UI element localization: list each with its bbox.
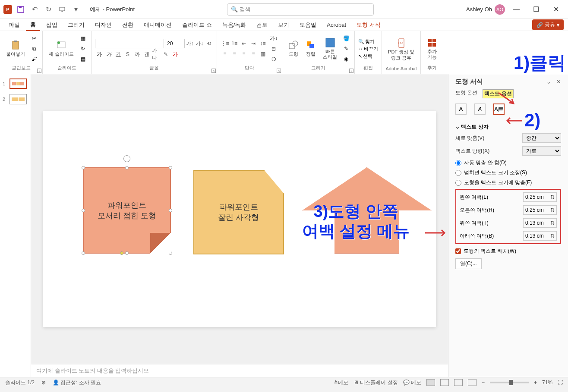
bold-icon[interactable]: 가 xyxy=(95,50,104,59)
undo-icon[interactable]: ↶ xyxy=(29,4,40,15)
adjust-handle[interactable] xyxy=(120,251,123,255)
rotate-handle[interactable] xyxy=(123,155,130,162)
margin-top-input[interactable]: 0.13 cm⇅ xyxy=(523,218,557,228)
resize-handle[interactable] xyxy=(125,251,129,255)
radio-resize[interactable]: 도형을 텍스트 크기에 맞춤(F) xyxy=(455,179,561,186)
textdir-icon[interactable]: 가↓ xyxy=(269,34,278,43)
reading-view-icon[interactable] xyxy=(454,379,463,386)
outdent-icon[interactable]: ⇤ xyxy=(240,39,248,48)
shapeeffects-icon[interactable]: ◉ xyxy=(341,54,351,64)
bullets-icon[interactable]: ⋮≡ xyxy=(221,39,229,48)
shapefill-icon[interactable]: 🪣 xyxy=(341,34,351,43)
clear-format-icon[interactable]: ⟲ xyxy=(205,39,213,48)
menu-record[interactable]: 녹음/녹화 xyxy=(218,19,251,31)
arrange-button[interactable]: 정렬 xyxy=(303,38,319,59)
linespacing-icon[interactable]: ↕≡ xyxy=(259,39,267,48)
minimize-button[interactable]: ― xyxy=(508,3,525,16)
smartart-icon[interactable]: ⬡ xyxy=(269,54,278,64)
menu-view[interactable]: 보기 xyxy=(274,19,293,31)
search-input[interactable]: 🔍 검색 xyxy=(227,3,374,16)
slide-canvas[interactable]: 파워포인트 모서리 접힌 도형 파워포인트 잘린 사각형 xyxy=(43,111,436,327)
shape-folded-corner[interactable]: 파워포인트 모서리 접힌 도형 xyxy=(83,167,171,254)
share-button[interactable]: 🔗 공유 ▾ xyxy=(532,19,564,30)
resize-handle[interactable] xyxy=(82,251,85,255)
paste-button[interactable]: 붙여넣기 xyxy=(3,38,28,59)
menu-insert[interactable]: 삽입 xyxy=(42,19,62,31)
resize-handle[interactable] xyxy=(125,166,129,169)
section-icon[interactable]: ▤ xyxy=(78,54,88,64)
slideshow-view-icon[interactable] xyxy=(468,379,476,386)
menu-animations[interactable]: 애니메이션 xyxy=(139,19,176,31)
changecase-icon[interactable]: 가나 xyxy=(152,50,161,59)
valign-select[interactable]: 중간 xyxy=(522,133,561,143)
menu-acrobat[interactable]: Acrobat xyxy=(322,20,350,30)
resize-handle[interactable] xyxy=(82,166,85,169)
comments-toggle[interactable]: 💬 메모 xyxy=(403,379,421,386)
close-button[interactable]: ✕ xyxy=(547,3,565,16)
tab-shape-options[interactable]: 도형 옵션 xyxy=(455,89,477,98)
strike-icon[interactable]: S xyxy=(123,50,132,59)
find-button[interactable]: 🔍 찾기 xyxy=(358,38,378,45)
redo-icon[interactable]: ↻ xyxy=(43,4,54,15)
cut-icon[interactable]: ✂ xyxy=(29,34,39,43)
paragraph-dialog-launcher[interactable]: ↘ xyxy=(277,69,281,73)
addins-button[interactable]: 추가 기능 xyxy=(424,36,440,62)
user-name[interactable]: Ashley Oh xyxy=(466,6,492,13)
aligntext-icon[interactable]: ⊟ xyxy=(269,44,278,53)
format-painter-icon[interactable]: 🖌 xyxy=(29,54,39,64)
customize-qat-icon[interactable]: ▾ xyxy=(71,4,81,15)
text-fill-outline-icon[interactable]: A xyxy=(455,103,467,115)
reset-icon[interactable]: ↻ xyxy=(78,44,88,53)
startshow-icon[interactable] xyxy=(57,4,67,15)
normal-view-icon[interactable] xyxy=(426,379,435,386)
notes-toggle[interactable]: ≜메모 xyxy=(334,379,348,386)
maximize-button[interactable]: ☐ xyxy=(527,3,545,16)
decrease-font-icon[interactable]: 가↓ xyxy=(195,39,204,48)
pane-options-icon[interactable]: ⌄ xyxy=(546,78,551,85)
shape-up-arrow[interactable] xyxy=(302,167,432,254)
slide-indicator[interactable]: 슬라이드 1/2 xyxy=(5,379,35,386)
resize-handle[interactable] xyxy=(169,209,172,212)
zoom-out-icon[interactable]: − xyxy=(482,379,485,386)
menu-home[interactable]: 홈 xyxy=(26,19,40,31)
font-dialog-launcher[interactable]: ↘ xyxy=(211,69,216,73)
columns-button[interactable]: 열(C)... xyxy=(455,258,482,269)
margin-right-input[interactable]: 0.25 cm⇅ xyxy=(523,205,557,215)
zoom-level[interactable]: 71% xyxy=(542,379,552,386)
resize-handle[interactable] xyxy=(169,251,172,255)
user-avatar[interactable]: AO xyxy=(495,4,505,15)
margin-left-input[interactable]: 0.25 cm⇅ xyxy=(523,192,557,202)
charspacing-icon[interactable]: 갠 xyxy=(142,50,151,59)
shapeoutline-icon[interactable]: ✎ xyxy=(341,44,351,53)
menu-design[interactable]: 디자인 xyxy=(91,19,116,31)
menu-shapeformat[interactable]: 도형 서식 xyxy=(352,19,385,31)
radio-shrink[interactable]: 넘치면 텍스트 크기 조정(S) xyxy=(455,169,561,176)
pane-close-icon[interactable]: ✕ xyxy=(556,78,561,85)
shadow-icon[interactable]: 까 xyxy=(133,50,142,59)
align-center-icon[interactable]: ≡ xyxy=(230,50,239,58)
notes-pane[interactable]: 여기에 슬라이드 노트의 내용을 입력하십시오 xyxy=(31,364,448,377)
select-button[interactable]: ↖ 선택 xyxy=(358,53,378,60)
highlight-icon[interactable]: ✎ xyxy=(161,50,170,59)
font-size-combo[interactable] xyxy=(165,39,185,48)
menu-slideshow[interactable]: 슬라이드 쇼 xyxy=(178,19,216,31)
resize-handle[interactable] xyxy=(169,166,172,169)
new-slide-button[interactable]: 새 슬라이드 xyxy=(46,38,76,59)
zoom-slider[interactable] xyxy=(490,382,529,383)
save-icon[interactable] xyxy=(16,4,26,15)
direction-select[interactable]: 가로 xyxy=(522,146,561,156)
fontcolor-icon[interactable]: 가 xyxy=(171,50,180,59)
increase-font-icon[interactable]: 가↑ xyxy=(186,39,194,48)
accessibility-indicator[interactable]: 👤 접근성: 조사 필요 xyxy=(53,379,101,386)
menu-review[interactable]: 검토 xyxy=(252,19,272,31)
resize-handle[interactable] xyxy=(82,209,85,212)
menu-draw[interactable]: 그리기 xyxy=(63,19,89,31)
replace-button[interactable]: ↔ 바꾸기 xyxy=(358,46,378,52)
menu-file[interactable]: 파일 xyxy=(4,19,24,31)
align-right-icon[interactable]: ≡ xyxy=(240,50,248,58)
menu-help[interactable]: 도움말 xyxy=(295,19,321,31)
justify-icon[interactable]: ≡ xyxy=(249,50,258,58)
shape-cut-rectangle[interactable]: 파워포인트 잘린 사각형 xyxy=(193,170,284,254)
thumbnail-2[interactable]: 2 xyxy=(0,93,31,105)
indent-icon[interactable]: ⇥ xyxy=(249,39,258,48)
